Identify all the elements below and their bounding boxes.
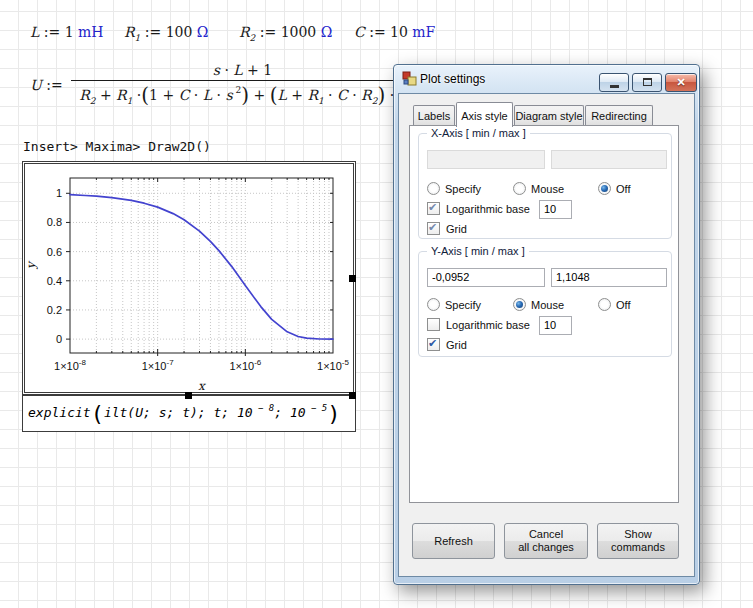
show-commands-label2: commands <box>611 541 665 554</box>
tab-labels[interactable]: Labels <box>413 105 455 126</box>
y-axis-log-base-field[interactable]: 10 <box>539 316 572 335</box>
svg-text:x: x <box>198 379 206 393</box>
y-axis-log-checkbox[interactable] <box>427 318 440 331</box>
x-axis-group: X-Axis [ min / max ] Specify Mouse Off L… <box>418 133 672 239</box>
x-axis-grid-checkbox[interactable] <box>427 222 440 235</box>
plot-region[interactable]: 10.80.60.40.201×10-81×10-71×10-61×10-5yx <box>22 161 356 395</box>
refresh-button-label: Refresh <box>434 535 473 548</box>
y-axis-group-label: Y-Axis [ min / max ] <box>427 245 529 257</box>
maximize-button[interactable] <box>632 73 662 92</box>
x-axis-log-label: Logarithmic base <box>446 203 530 215</box>
minimize-icon <box>610 85 619 88</box>
x-axis-off-label: Off <box>616 183 630 195</box>
cancel-button-label2: all changes <box>518 541 574 554</box>
x-axis-specify-radio[interactable] <box>427 182 440 195</box>
smath-worksheet: { "worksheet": { "definitions": [ [["tk-… <box>0 0 753 608</box>
fraction-denominator: R2 + R1 ·(1 + C · L · s 2) + (L + R1 · C… <box>71 80 414 107</box>
svg-text:y: y <box>26 260 38 270</box>
definition-C[interactable]: C := 10 mF <box>354 24 435 40</box>
x-axis-mouse-radio[interactable] <box>513 182 526 195</box>
plot-expression[interactable]: explicit(ilt(U; s; t); t; 10 − 8; 10 − 5… <box>22 395 356 432</box>
close-button[interactable]: ✕ <box>665 73 697 92</box>
tab-diagram-style[interactable]: Diagram style <box>514 105 584 126</box>
y-axis-max-field[interactable]: 1,1048 <box>551 268 667 287</box>
x-axis-mouse-label: Mouse <box>531 183 564 195</box>
x-axis-log-checkbox[interactable] <box>427 202 440 215</box>
x-axis-grid-label: Grid <box>446 223 467 235</box>
maximize-icon <box>643 78 652 86</box>
window-title: Plot settings <box>420 72 485 86</box>
y-axis-min-field[interactable]: -0,0952 <box>427 268 545 287</box>
svg-text:1×10-8: 1×10-8 <box>54 358 86 372</box>
minimize-button[interactable] <box>599 73 629 92</box>
svg-text:0.2: 0.2 <box>47 304 62 316</box>
y-axis-specify-radio[interactable] <box>427 298 440 311</box>
maxima-command[interactable]: Insert> Maxima> Draw2D() <box>23 139 211 154</box>
svg-text:1×10-7: 1×10-7 <box>142 358 174 372</box>
y-axis-off-radio[interactable] <box>598 298 611 311</box>
close-icon: ✕ <box>666 76 696 89</box>
window-icon <box>402 71 417 86</box>
definition-R1[interactable]: R1 := 100 Ω <box>124 24 208 43</box>
tab-redirecting[interactable]: Redirecting <box>585 105 653 126</box>
svg-text:0: 0 <box>56 333 62 345</box>
title-bar[interactable]: Plot settings ✕ <box>394 65 699 93</box>
y-axis-mouse-radio[interactable] <box>513 298 526 311</box>
x-axis-max-field <box>551 150 667 169</box>
y-axis-specify-label: Specify <box>445 299 481 311</box>
y-axis-grid-label: Grid <box>446 339 467 351</box>
fraction: s · L + 1 R2 + R1 ·(1 + C · L · s 2) + (… <box>71 62 414 107</box>
svg-text:1: 1 <box>56 187 62 199</box>
show-commands-button[interactable]: Showcommands <box>597 523 679 559</box>
svg-text:1×10-5: 1×10-5 <box>317 358 349 372</box>
refresh-button[interactable]: Refresh <box>412 523 495 559</box>
u-prefix: U := <box>30 77 67 93</box>
cancel-button-label: Cancel <box>529 528 563 541</box>
axis-style-page: X-Axis [ min / max ] Specify Mouse Off L… <box>409 125 679 503</box>
y-axis-log-label: Logarithmic base <box>446 319 530 331</box>
x-axis-specify-label: Specify <box>445 183 481 195</box>
x-axis-log-base-field[interactable]: 10 <box>539 200 572 219</box>
y-axis-off-label: Off <box>616 299 630 311</box>
plot-settings-window: Plot settings ✕ Labels Axis style Diagra… <box>393 64 700 585</box>
fraction-numerator: s · L + 1 <box>207 62 278 80</box>
cancel-all-changes-button[interactable]: Cancelall changes <box>504 523 588 559</box>
definition-R2[interactable]: R2 := 1000 Ω <box>239 24 332 43</box>
explicit-formula: explicit(ilt(U; s; t); t; 10 − 8; 10 − 5… <box>28 401 341 426</box>
y-axis-grid-checkbox[interactable] <box>427 338 440 351</box>
y-axis-group: Y-Axis [ min / max ] -0,0952 1,1048 Spec… <box>418 251 672 357</box>
x-axis-group-label: X-Axis [ min / max ] <box>427 127 530 139</box>
x-axis-off-radio[interactable] <box>598 182 611 195</box>
svg-text:0.4: 0.4 <box>47 275 62 287</box>
definition-L[interactable]: L := 1 mH <box>30 24 104 40</box>
resize-handle-corner[interactable] <box>349 392 356 399</box>
svg-text:0.8: 0.8 <box>47 216 62 228</box>
definition-U[interactable]: U := s · L + 1 R2 + R1 ·(1 + C · L · s 2… <box>30 62 414 107</box>
tab-axis-style[interactable]: Axis style <box>456 102 513 127</box>
plot-canvas: 10.80.60.40.201×10-81×10-71×10-61×10-5yx <box>26 165 354 393</box>
x-axis-min-field <box>427 150 545 169</box>
dialog-client-area: Labels Axis style Diagram style Redirect… <box>398 93 695 577</box>
svg-text:0.6: 0.6 <box>47 246 62 258</box>
resize-handle-bottom[interactable] <box>185 392 192 399</box>
y-axis-mouse-label: Mouse <box>531 299 564 311</box>
resize-handle-right[interactable] <box>349 275 356 282</box>
show-commands-label: Show <box>624 528 652 541</box>
svg-text:1×10-6: 1×10-6 <box>229 358 261 372</box>
